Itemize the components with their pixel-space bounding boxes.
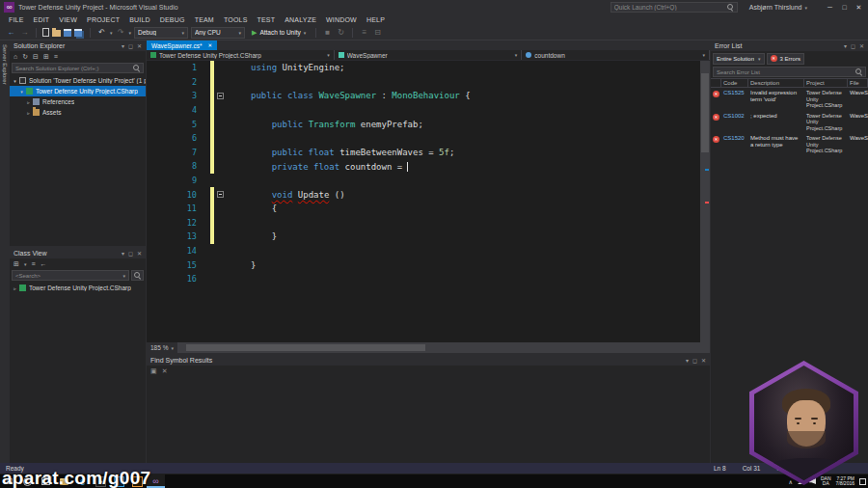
collapse-all-icon[interactable]: ⊟ [33, 53, 39, 61]
maximize-button[interactable]: □ [837, 0, 852, 14]
close-icon[interactable]: ✕ [208, 42, 213, 48]
minimize-button[interactable]: ─ [823, 0, 837, 14]
scrollbar-thumb[interactable] [701, 73, 709, 152]
close-icon[interactable]: ✕ [137, 42, 142, 49]
close-button[interactable]: ✕ [852, 0, 866, 14]
tree-item-references[interactable]: ▹References [10, 96, 146, 107]
tree-item-csproj[interactable]: ▹ Tower Defense Unity Project.CSharp [10, 283, 146, 293]
code-line-15[interactable]: 15} [147, 258, 710, 272]
outline-icon[interactable]: ≡ [359, 28, 369, 37]
pin-icon[interactable]: ◻ [692, 357, 697, 364]
close-icon[interactable]: ✕ [137, 250, 142, 257]
settings-icon[interactable]: ≡ [31, 260, 35, 267]
tree-item-folder[interactable]: ▹Assets [10, 107, 146, 118]
code-line-1[interactable]: 1using UnityEngine; [147, 61, 710, 75]
new-folder-icon[interactable]: ⊞ [14, 260, 19, 268]
menu-item-edit[interactable]: EDIT [29, 16, 55, 23]
twisty-icon[interactable]: ▾ [18, 89, 25, 95]
solution-platform-dropdown[interactable]: Any CPU ▾ [191, 27, 245, 39]
show-hidden-icons-icon[interactable]: ∧ [789, 478, 793, 485]
language-indicator[interactable]: DAN DA [821, 476, 831, 487]
window-position-icon[interactable]: ▾ [122, 250, 124, 257]
error-code[interactable]: CS1525 [721, 90, 748, 95]
properties-icon[interactable]: ≡ [54, 53, 58, 60]
fold-collapse-icon[interactable] [217, 191, 224, 198]
menu-item-build[interactable]: BUILD [124, 16, 155, 23]
break-all-icon[interactable]: ■ [322, 28, 333, 37]
error-search-box[interactable]: Search Error List [713, 67, 866, 77]
window-position-icon[interactable]: ▾ [122, 42, 124, 49]
save-all-icon[interactable] [74, 29, 82, 37]
refresh-icon[interactable]: ↻ [336, 28, 346, 37]
code-line-2[interactable]: 2 [147, 75, 710, 90]
code-line-14[interactable]: 14 [147, 244, 710, 258]
open-file-icon[interactable] [52, 30, 61, 37]
menu-item-team[interactable]: TEAM [190, 16, 219, 23]
code-line-7[interactable]: 7 public float timeBetweenWaves = 5f; [147, 146, 710, 160]
code-line-8[interactable]: 8 private float countdown = [147, 159, 710, 174]
window-position-icon[interactable]: ▾ [844, 42, 847, 49]
column-code[interactable]: Code [721, 79, 748, 87]
quick-launch-box[interactable]: Quick Launch (Ctrl+Q) [610, 2, 738, 13]
column-description[interactable]: Description [748, 79, 804, 87]
scrollbar-thumb[interactable] [186, 344, 425, 351]
taskbar-clock[interactable]: 7:27 PM 7/8/2016 [836, 476, 854, 487]
column-project[interactable]: Project [804, 79, 848, 87]
solution-configuration-dropdown[interactable]: Debug ▾ [134, 27, 188, 39]
clear-icon[interactable]: ✕ [162, 367, 168, 375]
horizontal-scrollbar[interactable] [178, 342, 710, 353]
menu-item-tools[interactable]: TOOLS [219, 16, 253, 23]
code-line-13[interactable]: 13 } [147, 230, 710, 244]
twisty-icon[interactable]: ▹ [25, 110, 32, 116]
menu-item-help[interactable]: HELP [362, 16, 390, 23]
breadcrumb-type-dropdown[interactable]: WaveSpawner▾ [335, 50, 523, 60]
menu-item-debug[interactable]: DEBUG [155, 16, 190, 23]
code-line-4[interactable]: 4 [147, 103, 710, 118]
user-account-menu[interactable]: Asbjørn Thirslund ▾ [749, 4, 807, 11]
column-file[interactable]: File [848, 79, 868, 87]
error-row[interactable]: CS1520Method must have a return typeTowe… [711, 133, 868, 156]
tree-item-csproj[interactable]: ▾Tower Defense Unity Project.CSharp [10, 86, 146, 96]
menu-item-view[interactable]: VIEW [54, 16, 82, 23]
title-bar[interactable]: ∞ Tower Defense Unity Project - Microsof… [0, 0, 868, 14]
block-icon[interactable]: ⊟ [372, 28, 383, 37]
back-icon[interactable]: ← [40, 260, 46, 267]
menu-item-analyze[interactable]: ANALYZE [280, 16, 321, 23]
zoom-control[interactable]: 185 % ▾ [147, 342, 178, 353]
action-center-icon[interactable] [859, 478, 866, 485]
refresh-icon[interactable]: ↻ [22, 53, 28, 61]
find-symbol-results-title-bar[interactable]: Find Symbol Results ▾ ◻ ✕ [147, 355, 710, 366]
error-row[interactable]: CS1525Invalid expression term 'void'Towe… [711, 88, 868, 111]
menu-item-file[interactable]: FILE [4, 16, 29, 23]
error-code[interactable]: CS1002 [721, 113, 748, 119]
new-file-icon[interactable] [42, 28, 49, 37]
tab-wavespawner[interactable]: WaveSpawner.cs* ✕ [147, 41, 217, 50]
navigate-forward-icon[interactable]: → [19, 28, 30, 37]
twisty-icon[interactable]: ▹ [25, 99, 32, 105]
error-code[interactable]: CS1520 [721, 135, 748, 141]
close-icon[interactable]: ✕ [859, 42, 864, 49]
error-scope-dropdown[interactable]: Entire Solution ▾ [713, 53, 765, 65]
chevron-down-icon[interactable]: ▾ [24, 261, 27, 267]
vertical-scrollbar[interactable] [700, 61, 710, 342]
breadcrumb-member-dropdown[interactable]: countdown▾ [522, 50, 710, 60]
twisty-icon[interactable]: ▹ [12, 285, 18, 291]
code-line-11[interactable]: 11 { [147, 202, 710, 216]
copy-icon[interactable]: ▣ [150, 367, 157, 375]
fold-collapse-icon[interactable] [217, 93, 224, 99]
class-view-title-bar[interactable]: Class View ▾ ◻ ✕ [10, 248, 146, 258]
redo-dropdown-icon[interactable]: ▾ [129, 30, 132, 36]
pin-icon[interactable]: ◻ [128, 42, 133, 49]
class-view-search-box[interactable]: <Search> ▾ [12, 270, 129, 281]
code-line-10[interactable]: 10 void Update () [147, 187, 710, 202]
solution-explorer-title-bar[interactable]: Solution Explorer ▾ ◻ ✕ [10, 41, 146, 51]
twisty-icon[interactable]: ▾ [12, 78, 18, 84]
solution-search-box[interactable]: Search Solution Explorer (Ctrl+;) [12, 63, 144, 73]
menu-item-project[interactable]: PROJECT [82, 16, 124, 23]
tree-item-solution[interactable]: ▾Solution 'Tower Defense Unity Project' … [10, 75, 146, 86]
code-line-16[interactable]: 16 [147, 272, 710, 286]
error-list-title-bar[interactable]: Error List ▾ ◻ ✕ [711, 41, 868, 51]
home-icon[interactable]: ⌂ [14, 53, 17, 60]
code-area[interactable]: 1using UnityEngine;23public class WaveSp… [147, 61, 710, 342]
breadcrumb-project-dropdown[interactable]: Tower Defense Unity Project.CSharp▾ [147, 50, 335, 60]
